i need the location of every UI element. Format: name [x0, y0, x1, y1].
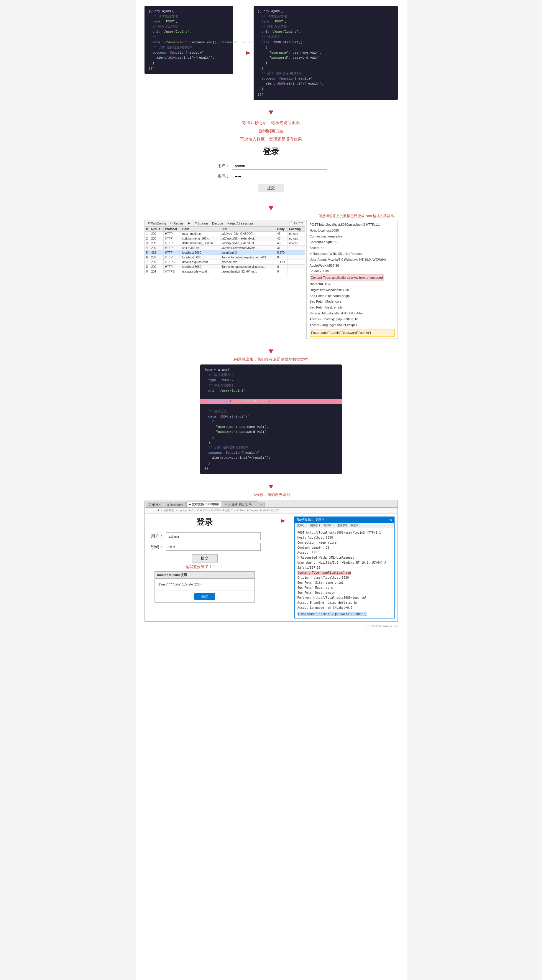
winconfig-button[interactable]: ⚙ WinConfig	[147, 221, 167, 225]
req-accept: Accept: */*	[309, 245, 395, 251]
network-section: ⚙ WinConfig ↺ Replay ▶ ≋ Stream Decode	[145, 220, 398, 339]
svg-marker-7	[269, 350, 273, 353]
np-lang: Accept-Language: zh-CN,zh;q=0.9	[298, 605, 391, 610]
password-input-2[interactable]	[166, 543, 261, 551]
password-input-1[interactable]	[232, 173, 327, 180]
help-icon: ?	[298, 221, 300, 225]
np-origin: Origin: http://localhost:8080	[298, 575, 391, 580]
winconfig-icon: ⚙	[148, 221, 151, 225]
table-row[interactable]: 9204HTTPSupdate.code.visual.../api/updat…	[145, 269, 304, 274]
notepad-close-icon[interactable]: ✕	[389, 518, 392, 522]
notepad-title-text: RawFile.htm - 记事本	[297, 518, 325, 522]
req-ua: User-Agent: Mozilla/5.0 (Windows NT 10.0…	[309, 257, 395, 269]
keep-button[interactable]: Keep: All sessions	[226, 221, 255, 225]
np-accept: Accept: */*	[298, 550, 391, 555]
code-panel-right: jQuery.ajax({ // 请求使用方法 type: 'POST', //…	[253, 6, 398, 100]
instruction-line1: 等待几秒之后，你再去访问页面	[145, 118, 398, 127]
tab-live[interactable]: ⊕ (2)直播: 初三之 Ja... ×	[222, 501, 257, 508]
table-row[interactable]: 7200HTTPSdefault.exp-tas.com/vscode.cdn1…	[145, 260, 304, 265]
col-host: Host	[181, 227, 220, 232]
user-row-1: 用户：	[215, 162, 327, 170]
dialog-ok-button[interactable]: 确定	[194, 593, 215, 600]
stream-button[interactable]: ≋ Stream	[193, 221, 209, 225]
np-referer: Referer: http://localhost:8080/log.html	[298, 595, 391, 600]
req-ct: Content-Type: application/x-www-form-url…	[309, 274, 395, 287]
dialog-content: {"msg":"","data":1,"state":200}	[155, 579, 255, 590]
np-req-line: POST http://localhost:8080/user/login3 H…	[298, 530, 391, 535]
settings-icon: ⚙	[294, 221, 297, 225]
login-title-2: 登录	[148, 517, 262, 528]
notepad-window: RawFile.htm - 记事本 ✕ 文件(F) 编辑(E) 格式(O) 查看…	[294, 517, 395, 619]
col-body: Body	[276, 227, 288, 232]
dialog-body-text: {"msg":"","data":1,"state":200}	[159, 582, 201, 586]
table-row[interactable]: 6200HTTPlocalhost:8080Tunnel to default.…	[145, 255, 304, 260]
arrow-right-icon	[233, 49, 253, 57]
decode-button[interactable]: Decode	[211, 221, 225, 225]
np-body-highlight: {"username":"admin","password":"admin"}	[298, 612, 367, 616]
login-title-1: 登录	[145, 146, 398, 158]
user-label-2: 用户：	[148, 534, 163, 539]
tab-document[interactable]: ⊕ Document	[164, 502, 186, 508]
browser-content: 登录 用户： 密码： 提交	[145, 514, 397, 621]
svg-marker-1	[246, 51, 251, 55]
replay-icon: ↺	[170, 221, 173, 225]
submit-button-1[interactable]: 提交	[258, 184, 284, 192]
notepad-content: POST http://localhost:8080/user/login3 H…	[295, 528, 394, 618]
req-len: Content-Length: 39	[309, 239, 395, 245]
problem-text: 问题就出来，我们没有设置 前端的数据类型	[145, 357, 398, 362]
submit-button-2[interactable]: 提交	[192, 554, 218, 563]
col-num: #	[145, 227, 150, 232]
req-encoding: Accept-Encoding: gzip, deflate, br	[309, 317, 395, 322]
user-label-1: 用户：	[215, 163, 230, 169]
nav-reload-icon[interactable]: ↺	[156, 509, 159, 512]
browser-login-area: 登录 用户： 密码： 提交	[148, 517, 262, 603]
left-code-block: jQuery.ajax({ // 请求使用方法 type: 'POST', //…	[145, 6, 233, 74]
menu-help[interactable]: 帮助(H)	[350, 523, 360, 527]
menu-format[interactable]: 格式(O)	[324, 523, 333, 527]
svg-marker-3	[269, 110, 273, 114]
tab-close[interactable]: ×	[258, 502, 265, 508]
np-ct: Content-Type: application/json	[298, 570, 391, 575]
req-lang: Accept-Language: zh-CN,zh;q=0.9	[309, 322, 395, 328]
nav-back-icon[interactable]: ←	[147, 509, 150, 512]
top-code-comparison: jQuery.ajax({ // 请求使用方法 type: 'POST', //…	[145, 6, 398, 100]
svg-marker-11	[281, 519, 285, 523]
np-host: Host: localhost:8080	[298, 535, 391, 540]
menu-edit[interactable]: 编辑(E)	[310, 523, 320, 527]
req-body: {"username":"admin","password":"admin"}	[309, 329, 395, 337]
toolbar-right-icons: 📄 ⚙ ? ≡	[289, 221, 303, 225]
req-conn: Connection: keep-alive	[309, 234, 395, 240]
menu-view[interactable]: 查看(V)	[337, 523, 347, 527]
username-input-1[interactable]	[232, 162, 327, 170]
instruction-line3: 再次输入数据，发现还是没有效果	[145, 135, 398, 143]
table-row-selected[interactable]: 5415HTTPlocalhost:8080/user/login35,570	[145, 250, 304, 255]
replay-button[interactable]: ↺ Replay	[169, 221, 185, 225]
table-row[interactable]: 4200HTTPsp4.tf.360.cn/a2/max-c3v=wcU4v07…	[145, 246, 304, 250]
content-type-highlight: Content-Type: application/x-www-form-url…	[309, 274, 384, 282]
browser-main-content: 登录 用户： 密码： 提交	[148, 517, 395, 619]
menu-file[interactable]: 文件(F)	[297, 523, 307, 527]
table-row[interactable]: 2200HTTPstat.tianmeng_360.cn/a2/arp.gif?…	[145, 236, 304, 241]
annotation-1: 但是请求正文的数据已经变成 json 格式的字符串。	[145, 214, 398, 219]
go-button[interactable]: ▶	[187, 221, 191, 225]
table-row[interactable]: 1200HTTPmax-i.media.cn/a3/type=28v=CNBDD…	[145, 232, 304, 236]
password-label-1: 密码：	[215, 174, 230, 179]
table-row[interactable]: 8200HTTPlocalhost:8080Tunnel to update.c…	[145, 265, 304, 269]
col-result: Result	[150, 227, 164, 232]
password-label-2: 密码：	[148, 544, 163, 549]
np-len: Content-Length: 39	[298, 545, 391, 550]
req-host: Host: localhost:8080	[309, 228, 395, 234]
req-line: POST http://localhost:8080/user/login3 H…	[309, 222, 395, 228]
dialog-box: localhost:8080 提示 {"msg":"","data":1,"st…	[155, 571, 255, 603]
arrow-right-2	[268, 517, 289, 525]
tab-htm[interactable]: Z HTM ×	[147, 502, 163, 508]
np-sec-site: Sec-Fetch-Site: same-origin	[298, 580, 391, 585]
menu-icon: ≡	[301, 221, 303, 225]
nav-forward-icon[interactable]: →	[152, 509, 155, 512]
username-input-2[interactable]	[166, 533, 261, 540]
table-row[interactable]: 3200HTTPdfstat.tianmeng_360.cn/a2/arp.gi…	[145, 241, 304, 246]
tab-csdn[interactable]: ■ 文本文档-CSDN博客	[187, 501, 221, 508]
req-safari: Safari/537.36	[309, 269, 395, 274]
network-toolbar: ⚙ WinConfig ↺ Replay ▶ ≋ Stream Decode	[145, 220, 305, 227]
network-left-panel: ⚙ WinConfig ↺ Replay ▶ ≋ Stream Decode	[145, 220, 305, 339]
